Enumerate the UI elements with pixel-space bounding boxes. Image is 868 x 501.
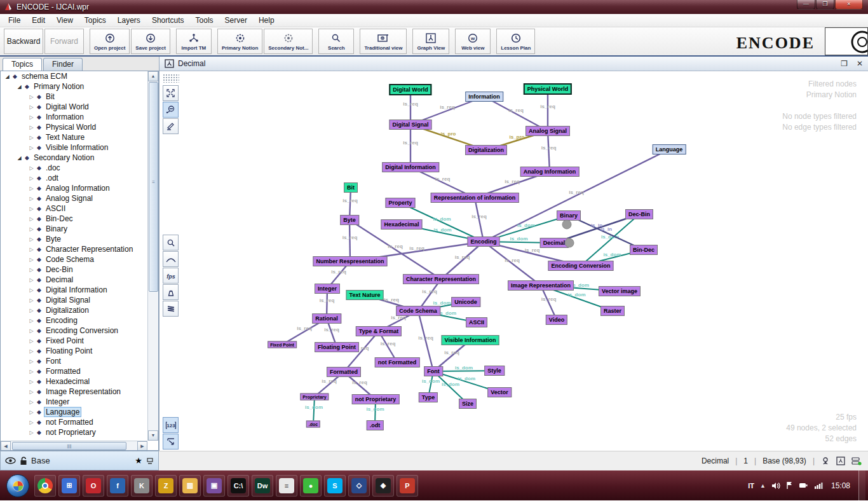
panel-maximize-icon[interactable]: ❒	[841, 59, 848, 68]
scroll-right-icon[interactable]: ▶	[137, 441, 147, 451]
graph-node-encoding-conversion[interactable]: Encoding Conversion	[548, 261, 613, 271]
graph-node-unicode[interactable]: Unicode	[451, 297, 480, 307]
language-indicator[interactable]: IT	[748, 482, 754, 490]
taskbar-icon-media-player[interactable]: ●	[300, 475, 322, 497]
graph-node-analog-information[interactable]: Analog Information	[520, 167, 580, 177]
expand-icon[interactable]: ▷	[27, 216, 36, 222]
tree-item-encoding-conversion[interactable]: ▷◆Encoding Conversion	[1, 326, 158, 336]
tree-item-dec-bin[interactable]: ▷◆Dec-Bin	[1, 264, 158, 275]
tree-item-bin-dec[interactable]: ▷◆Bin-Dec	[1, 214, 158, 224]
expand-icon[interactable]: ▷	[27, 369, 36, 374]
expand-icon[interactable]: ▷	[27, 328, 36, 334]
layer-star-icon[interactable]: ★	[135, 456, 142, 465]
tree-item-hexadecimal[interactable]: ▷◆Hexadecimal	[1, 376, 158, 387]
expand-icon[interactable]: ▷	[27, 298, 36, 303]
fps-tool[interactable]: fps	[163, 268, 179, 284]
tree-item-doc[interactable]: ▷◆.doc	[1, 163, 158, 173]
graph-node-information[interactable]: Information	[465, 92, 503, 102]
graph-node-analog-signal[interactable]: Analog Signal	[526, 126, 570, 136]
secondary-not-button[interactable]: Secondary Not...	[264, 29, 313, 54]
start-button[interactable]	[6, 474, 29, 497]
taskbar-icon-google-chrome[interactable]	[34, 475, 56, 497]
tree-item-digital-information[interactable]: ▷◆Digital Information	[1, 285, 158, 295]
graph-node-code-schema[interactable]: Code Schema	[396, 306, 440, 316]
expand-icon[interactable]: ▷	[27, 186, 36, 191]
lasso-select-tool[interactable]	[163, 102, 179, 118]
graph-node-odt[interactable]: .odt	[367, 420, 384, 430]
menu-item-layers[interactable]: Layers	[112, 15, 146, 26]
graph-node-rational[interactable]: Rational	[312, 313, 341, 324]
graph-node-doc[interactable]: .doc	[306, 421, 320, 428]
curve-tool[interactable]	[163, 251, 179, 267]
graph-node-character-representation[interactable]: Character Representation	[403, 274, 479, 284]
tree-item-floating-point[interactable]: ▷◆Floating Point	[1, 346, 158, 356]
expand-icon[interactable]: ▷	[27, 247, 36, 252]
collapse-icon[interactable]: ◢	[15, 84, 24, 90]
expand-icon[interactable]: ▷	[27, 399, 36, 405]
graph-node-number-respresentation[interactable]: Number Respresentation	[313, 256, 387, 266]
expand-icon[interactable]: ▷	[27, 389, 36, 395]
tree-item-analog-information[interactable]: ▷◆Analog Information	[1, 183, 158, 193]
maximize-button[interactable]: ❐	[816, 0, 834, 10]
network-signal-icon[interactable]	[814, 482, 823, 489]
selection-marker-2[interactable]	[565, 238, 574, 248]
taskbar-icon-energy-tool[interactable]: Z	[155, 475, 177, 497]
primary-notion-button[interactable]: Primary Notion	[217, 29, 262, 54]
graph-node-physical-world[interactable]: Physical World	[524, 83, 572, 95]
tree-item-information[interactable]: ▷◆Information	[1, 112, 158, 122]
taskbar-icon-firefox-browser[interactable]: f	[107, 475, 128, 497]
taskbar-icon-skype[interactable]: S	[324, 475, 346, 497]
tab-finder[interactable]: Finder	[43, 58, 83, 71]
selection-marker-1[interactable]	[562, 220, 572, 230]
tree-item-fixed-point[interactable]: ▷◆Fixed Point	[1, 336, 158, 346]
menu-item-file[interactable]: File	[3, 15, 26, 26]
numbering-tool[interactable]: 123	[163, 417, 179, 433]
layer-visibility-icon[interactable]	[5, 457, 16, 464]
tree-item-image-representation[interactable]: ▷◆Image Representation	[1, 387, 158, 397]
tree-item-digital-world[interactable]: ▷◆Digital World	[1, 102, 158, 112]
graph-node-raster[interactable]: Raster	[600, 306, 625, 316]
expand-icon[interactable]: ▷	[27, 420, 36, 425]
tab-topics[interactable]: Topics	[3, 58, 42, 71]
collapse-icon[interactable]: ◢	[15, 155, 24, 161]
graph-node-text-nature[interactable]: Text Nature	[346, 290, 384, 300]
import-tm-button[interactable]: Import TM	[176, 29, 212, 54]
minimize-button[interactable]: —	[797, 0, 815, 10]
menu-item-server[interactable]: Server	[219, 15, 253, 26]
scroll-left-icon[interactable]: ◀	[1, 441, 11, 451]
graph-node-ascii[interactable]: ASCII	[466, 317, 487, 327]
expand-icon[interactable]: ▷	[27, 114, 36, 120]
graph-node-not-formatted[interactable]: not Formatted	[375, 357, 420, 367]
open-project-button[interactable]: Open project	[90, 29, 130, 54]
graph-node-image-representation[interactable]: Image Representation	[508, 280, 574, 291]
tree-item-byte[interactable]: ▷◆Byte	[1, 234, 158, 244]
spring-layout-tool[interactable]	[163, 301, 179, 317]
tree-item-visible-information[interactable]: ▷◆Visible Information	[1, 142, 158, 153]
tree-item-physical-world[interactable]: ▷◆Physical World	[1, 122, 158, 132]
expand-icon[interactable]: ▷	[27, 94, 36, 100]
expand-icon[interactable]: ▷	[27, 430, 36, 436]
graph-node-encoding[interactable]: Encoding	[468, 237, 500, 247]
tree-item-not-formatted[interactable]: ▷◆not Formatted	[1, 417, 158, 427]
graph-node-byte[interactable]: Byte	[340, 215, 359, 225]
save-project-button[interactable]: Save project	[131, 29, 170, 54]
graph-node-fixed-point[interactable]: Fixed Point	[268, 341, 297, 348]
tree-item-schema-ecm[interactable]: ◢◆schema ECM	[1, 71, 158, 81]
taskbar-icon-opera-browser[interactable]: O	[83, 475, 104, 497]
tree-item-character-representation[interactable]: ▷◆Character Representation	[1, 244, 158, 254]
expand-icon[interactable]: ▷	[27, 318, 36, 324]
tray-expand-icon[interactable]: ▲	[760, 483, 766, 489]
volume-icon[interactable]	[771, 482, 780, 490]
tree-item-integer[interactable]: ▷◆Integer	[1, 397, 158, 407]
graph-node-digital-information[interactable]: Digital Information	[382, 162, 439, 172]
taskbar-icon-app-grid[interactable]: ⊞	[58, 475, 80, 497]
pointer-tool[interactable]	[163, 434, 179, 450]
graph-node-type-format[interactable]: Type & Format	[356, 326, 402, 336]
tree-item-digital-signal[interactable]: ▷◆Digital Signal	[1, 295, 158, 305]
graph-node-vector[interactable]: Vector	[487, 387, 512, 397]
tree-item-analog-signal[interactable]: ▷◆Analog Signal	[1, 193, 158, 203]
taskbar-clock[interactable]: 15:08	[831, 481, 850, 490]
backward-button[interactable]: Backward	[4, 29, 43, 54]
graph-node-video[interactable]: Video	[546, 315, 567, 325]
taskbar-icon-command-prompt[interactable]: C:\	[227, 475, 249, 497]
